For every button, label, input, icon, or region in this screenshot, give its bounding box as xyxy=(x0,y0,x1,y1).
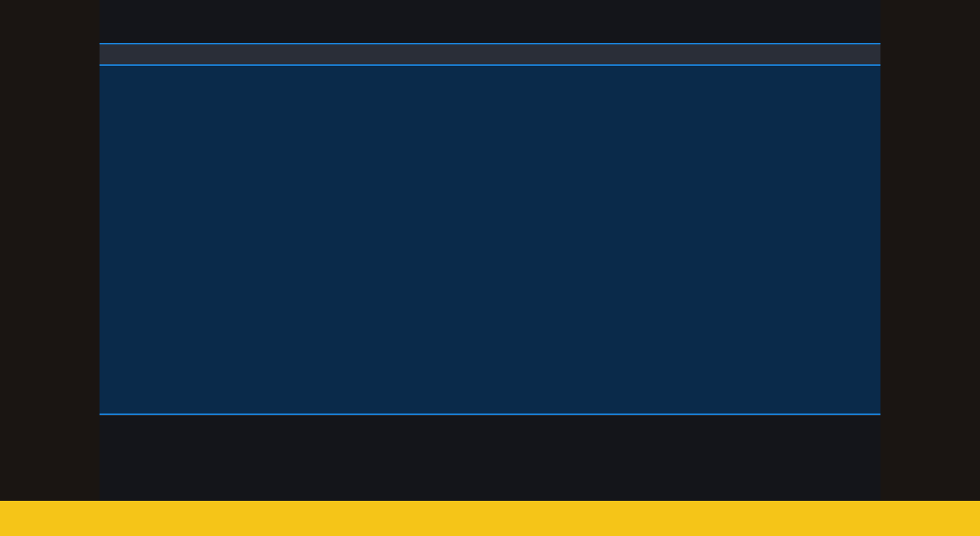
main-editor-bottom[interactable] xyxy=(100,415,880,499)
references-header[interactable] xyxy=(100,43,880,66)
peek-references-panel[interactable] xyxy=(100,66,880,415)
main-editor-top[interactable] xyxy=(100,0,880,43)
code-editor[interactable] xyxy=(100,0,880,501)
caption-bar xyxy=(0,501,980,536)
